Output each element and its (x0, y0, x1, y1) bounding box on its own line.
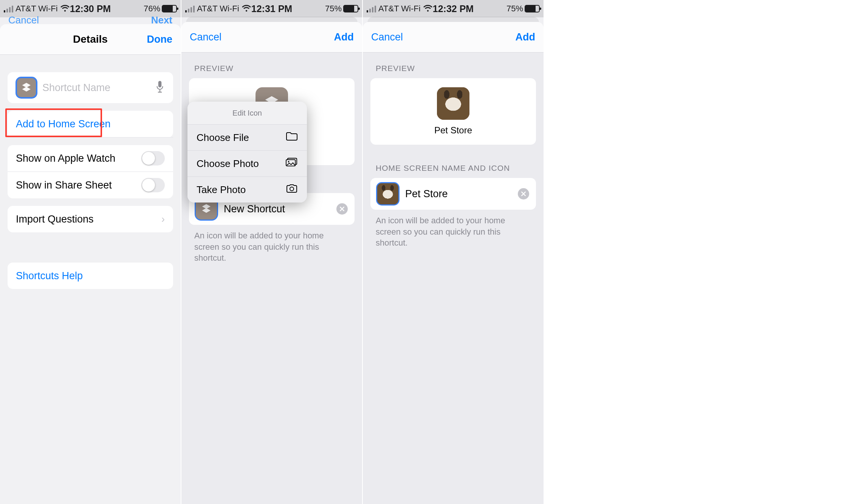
name-icon-card: Pet Store (370, 178, 536, 210)
hint-text: An icon will be added to your home scree… (363, 210, 544, 254)
add-button[interactable]: Add (334, 31, 354, 43)
share-sheet-toggle[interactable] (141, 178, 165, 192)
svg-rect-0 (158, 81, 162, 87)
action-sheet-title: Edit Icon (187, 102, 307, 125)
screen-pet-store: AT&T Wi-Fi 12:32 PM 75% Cancel Add PREVI… (363, 0, 544, 504)
apple-watch-label: Show on Apple Watch (16, 153, 141, 164)
clock: 12:31 PM (251, 3, 292, 14)
cell-signal-icon (185, 5, 195, 12)
cell-signal-icon (4, 5, 13, 12)
cancel-button[interactable]: Cancel (190, 31, 221, 43)
import-questions-label: Import Questions (16, 213, 161, 225)
cancel-button[interactable]: Cancel (371, 31, 403, 43)
add-button[interactable]: Add (516, 31, 535, 43)
carrier-label: AT&T Wi-Fi (197, 4, 239, 14)
preview-card: Pet Store (370, 78, 536, 145)
preview-app-icon (437, 87, 469, 120)
apple-watch-row[interactable]: Show on Apple Watch (8, 145, 173, 172)
shortcuts-help-row[interactable]: Shortcuts Help (8, 263, 173, 289)
folder-icon (286, 131, 298, 144)
shortcut-icon-tile[interactable] (16, 77, 37, 98)
apple-watch-toggle[interactable] (141, 151, 165, 165)
shortcuts-help-label: Shortcuts Help (16, 270, 83, 282)
battery-icon (162, 5, 177, 12)
choose-file-row[interactable]: Choose File (187, 125, 307, 151)
camera-icon (286, 183, 298, 196)
dictate-icon[interactable] (155, 80, 165, 96)
cell-signal-icon (367, 5, 376, 12)
edit-icon-action-sheet: Edit Icon Choose File Choose Photo (187, 102, 307, 203)
name-icon-section-label: HOME SCREEN NAME AND ICON (363, 145, 544, 178)
wifi-icon (60, 3, 70, 14)
shortcut-name-field[interactable]: Shortcut Name (8, 72, 173, 103)
svg-point-4 (290, 187, 294, 191)
preview-section-label: PREVIEW (363, 53, 544, 78)
screen-details: AT&T Wi-Fi 12:30 PM 76% Cancel Next Deta… (0, 0, 181, 504)
battery-percent: 75% (325, 4, 342, 14)
preview-section-label: PREVIEW (181, 53, 362, 78)
done-button[interactable]: Done (147, 34, 173, 45)
status-bar: AT&T Wi-Fi 12:30 PM 76% (0, 0, 181, 17)
clock: 12:32 PM (433, 3, 474, 14)
take-photo-label: Take Photo (197, 184, 246, 196)
add-to-home-screen-row[interactable]: Add to Home Screen (8, 111, 173, 138)
add-to-home-screen-label: Add to Home Screen (16, 118, 111, 130)
wifi-icon (242, 3, 251, 14)
choose-photo-label: Choose Photo (197, 158, 259, 170)
photos-icon (286, 157, 298, 170)
sheet-header: Cancel Add (363, 22, 544, 53)
title: Details (73, 33, 108, 45)
choose-photo-row[interactable]: Choose Photo (187, 151, 307, 177)
sheet-header: Details Done (0, 24, 181, 55)
status-bar: AT&T Wi-Fi 12:31 PM 75% (181, 0, 362, 17)
preview-app-name: Pet Store (434, 125, 472, 136)
clear-text-button[interactable] (518, 188, 529, 199)
shortcut-name-placeholder: Shortcut Name (42, 82, 150, 94)
svg-point-3 (288, 161, 290, 162)
hint-text: An icon will be added to your home scree… (181, 225, 362, 269)
import-questions-row[interactable]: Import Questions › (8, 206, 173, 232)
share-sheet-label: Show in Share Sheet (16, 179, 141, 191)
shortcut-name-input[interactable]: New Shortcut (224, 203, 330, 215)
status-bar: AT&T Wi-Fi 12:32 PM 75% (363, 0, 544, 17)
sheet-header: Cancel Add (181, 22, 362, 53)
battery-icon (343, 5, 358, 12)
share-sheet-row[interactable]: Show in Share Sheet (8, 172, 173, 198)
wifi-icon (423, 3, 433, 14)
carrier-label: AT&T Wi-Fi (15, 4, 58, 14)
shortcut-name-input[interactable]: Pet Store (405, 188, 511, 200)
choose-file-label: Choose File (197, 132, 249, 144)
take-photo-row[interactable]: Take Photo (187, 177, 307, 203)
battery-percent: 75% (506, 4, 523, 14)
icon-picker-tile[interactable] (377, 183, 398, 204)
carrier-label: AT&T Wi-Fi (378, 4, 421, 14)
clear-text-button[interactable] (336, 203, 348, 215)
clock: 12:30 PM (70, 3, 111, 14)
screen-edit-icon-popup: AT&T Wi-Fi 12:31 PM 75% Cancel Add PREVI… (181, 0, 362, 504)
battery-icon (525, 5, 540, 12)
chevron-right-icon: › (161, 213, 165, 225)
battery-percent: 76% (144, 4, 160, 14)
